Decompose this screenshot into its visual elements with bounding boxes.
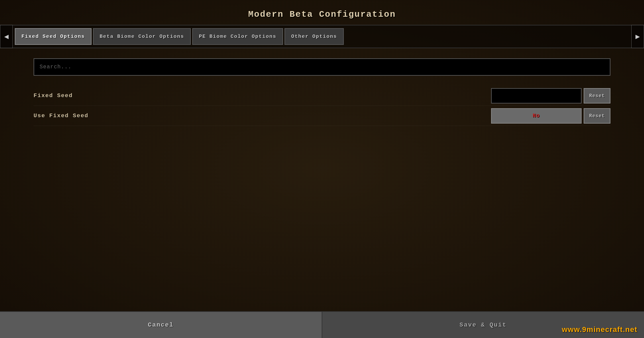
use-fixed-seed-reset-button[interactable]: Reset [584, 108, 610, 124]
main-content: Fixed Seed Reset Use Fixed Seed No Reset [0, 48, 644, 311]
cancel-button[interactable]: Cancel [0, 312, 322, 338]
tab-other[interactable]: Other Options [284, 28, 344, 45]
option-controls-fixed-seed: Reset [491, 88, 610, 104]
tab-beta-biome[interactable]: Beta Biome Color Options [93, 28, 191, 45]
option-label-use-fixed-seed: Use Fixed Seed [34, 113, 491, 119]
tab-bar: Fixed Seed Options Beta Biome Color Opti… [13, 25, 631, 48]
nav-left-arrow[interactable]: ◀ [0, 25, 13, 48]
option-controls-use-fixed-seed: No Reset [491, 108, 610, 124]
search-bar-wrapper [34, 58, 610, 76]
fixed-seed-value-box[interactable] [491, 88, 582, 104]
tab-pe-biome[interactable]: PE Biome Color Options [192, 28, 283, 45]
use-fixed-seed-value-box[interactable]: No [491, 108, 582, 124]
save-quit-button[interactable]: Save & Quit [322, 312, 644, 338]
tab-fixed-seed[interactable]: Fixed Seed Options [15, 28, 92, 45]
use-fixed-seed-value: No [533, 113, 540, 119]
nav-right-arrow[interactable]: ▶ [631, 25, 644, 48]
fixed-seed-reset-button[interactable]: Reset [584, 88, 610, 104]
option-row-use-fixed-seed: Use Fixed Seed No Reset [34, 106, 610, 126]
bottom-bar: Cancel Save & Quit [0, 311, 644, 338]
search-input[interactable] [34, 58, 610, 76]
option-label-fixed-seed: Fixed Seed [34, 92, 491, 99]
page-container: Modern Beta Configuration ◀ Fixed Seed O… [0, 0, 644, 338]
page-title: Modern Beta Configuration [0, 0, 644, 25]
tab-bar-wrapper: ◀ Fixed Seed Options Beta Biome Color Op… [0, 25, 644, 48]
watermark: www.9minecraft.net [562, 325, 637, 334]
option-row-fixed-seed: Fixed Seed Reset [34, 86, 610, 106]
